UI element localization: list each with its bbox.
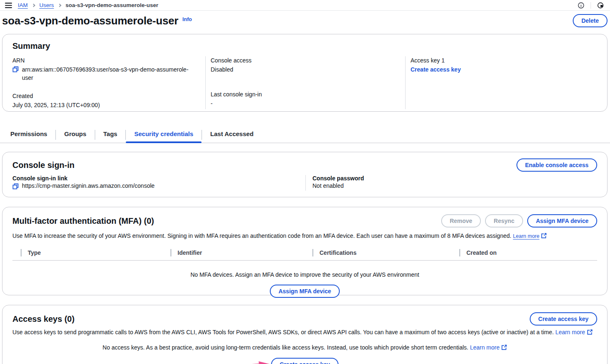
amazon-q-icon[interactable] <box>597 2 604 9</box>
mfa-empty-state-text: No MFA devices. Assign an MFA device to … <box>12 271 597 279</box>
summary-column-2: Console access Disabled Last console sig… <box>205 56 405 109</box>
assign-mfa-device-button[interactable]: Assign MFA device <box>527 214 597 228</box>
summary-grid: ARN arn:aws:iam::067057696393:user/soa-s… <box>12 56 597 109</box>
page-header: soa-s3-vpn-demo-assumerole-user Info Del… <box>0 11 610 31</box>
console-password-label: Console password <box>312 175 597 182</box>
console-signin-link-value: https://cmp-master.signin.aws.amazon.com… <box>22 182 155 189</box>
last-signin-field: Last console sign-in - <box>211 90 405 108</box>
mfa-header-certifications: Certifications <box>312 249 459 256</box>
assign-mfa-device-empty-button[interactable]: Assign MFA device <box>270 285 340 298</box>
console-password-value: Not enabled <box>312 182 597 189</box>
mfa-description: Use MFA to increase the security of your… <box>12 232 597 240</box>
arn-field: ARN arn:aws:iam::067057696393:user/soa-s… <box>12 56 205 82</box>
console-signin-link-label: Console sign-in link <box>12 175 305 182</box>
created-value: July 03, 2025, 12:13 (UTC+09:00) <box>12 101 205 109</box>
chevron-right-icon <box>32 3 35 7</box>
arn-value: arn:aws:iam::067057696393:user/soa-s3-vp… <box>22 65 196 82</box>
tab-permissions[interactable]: Permissions <box>2 127 55 143</box>
console-access-field: Console access Disabled <box>211 56 405 74</box>
console-signin-card: Console sign-in Enable console access Co… <box>2 152 608 197</box>
remove-mfa-button[interactable]: Remove <box>441 214 481 228</box>
tab-tags[interactable]: Tags <box>95 127 126 143</box>
breadcrumb-link-users[interactable]: Users <box>39 2 54 8</box>
create-access-key-link[interactable]: Create access key <box>411 66 461 73</box>
external-link-icon <box>541 233 547 240</box>
delete-button[interactable]: Delete <box>573 14 608 27</box>
breadcrumb-link-iam[interactable]: IAM <box>18 2 28 8</box>
access-keys-title: Access keys (0) <box>12 314 74 324</box>
mfa-header-identifier: Identifier <box>171 249 312 256</box>
external-link-icon <box>587 330 593 336</box>
tab-last-accessed[interactable]: Last Accessed <box>202 127 262 143</box>
mfa-title: Multi-factor authentication (MFA) (0) <box>12 216 154 226</box>
create-access-key-empty-button[interactable]: Create access key <box>271 358 339 364</box>
chevron-right-icon <box>58 3 61 7</box>
breadcrumb: IAM Users soa-s3-vpn-demo-assumerole-use… <box>18 2 159 8</box>
console-password-field: Console password Not enabled <box>305 175 597 191</box>
info-link[interactable]: Info <box>183 17 192 22</box>
mfa-header-created-on: Created on <box>459 249 597 256</box>
create-access-key-button[interactable]: Create access key <box>530 312 597 326</box>
summary-card: Summary ARN arn:aws:iam::067057696393:us… <box>2 34 608 112</box>
tab-security-credentials[interactable]: Security credentials <box>126 127 202 143</box>
enable-console-access-button[interactable]: Enable console access <box>516 158 597 172</box>
console-signin-link-field: Console sign-in link https://cmp-master.… <box>12 175 305 191</box>
resync-mfa-button[interactable]: Resync <box>485 214 523 228</box>
console-access-label: Console access <box>211 56 405 65</box>
created-label: Created <box>12 92 205 100</box>
hamburger-menu-icon[interactable] <box>4 2 13 9</box>
tab-groups[interactable]: Groups <box>56 127 94 143</box>
topbar-right-icons <box>577 2 604 9</box>
arn-label: ARN <box>12 56 205 65</box>
topbar-divider <box>591 2 591 9</box>
copy-icon[interactable] <box>12 183 19 191</box>
access-key-label: Access key 1 <box>411 56 597 65</box>
pink-arrow-annotation <box>225 360 271 364</box>
access-keys-description: Use access keys to send programmatic cal… <box>12 328 597 336</box>
access-keys-empty-state-text: No access keys. As a best practice, avoi… <box>12 343 597 352</box>
last-signin-label: Last console sign-in <box>211 90 405 98</box>
page-title: soa-s3-vpn-demo-assumerole-user <box>2 14 178 27</box>
copy-icon[interactable] <box>12 66 19 74</box>
created-field: Created July 03, 2025, 12:13 (UTC+09:00) <box>12 92 205 109</box>
console-signin-title: Console sign-in <box>12 160 74 170</box>
access-keys-card: Access keys (0) Create access key Use ac… <box>2 305 608 364</box>
external-link-icon <box>501 345 507 352</box>
access-keys-empty-learn-more-link[interactable]: Learn more <box>470 344 500 351</box>
tab-bar: Permissions Groups Tags Security credent… <box>0 127 610 143</box>
top-navigation-bar: IAM Users soa-s3-vpn-demo-assumerole-use… <box>0 0 610 11</box>
info-circle-icon[interactable] <box>577 2 585 9</box>
mfa-card: Multi-factor authentication (MFA) (0) Re… <box>2 207 608 295</box>
breadcrumb-current: soa-s3-vpn-demo-assumerole-user <box>65 2 158 8</box>
mfa-table-header-row: Type Identifier Certifications Created o… <box>12 249 597 261</box>
console-access-value: Disabled <box>211 65 405 74</box>
access-key-field: Access key 1 Create access key <box>411 56 597 74</box>
access-keys-learn-more-link[interactable]: Learn more <box>555 329 585 335</box>
mfa-learn-more-link[interactable]: Learn more <box>513 233 540 239</box>
summary-title: Summary <box>12 41 597 51</box>
summary-column-1: ARN arn:aws:iam::067057696393:user/soa-s… <box>12 56 205 109</box>
summary-column-3: Access key 1 Create access key <box>405 56 597 109</box>
last-signin-value: - <box>211 99 405 108</box>
mfa-header-type: Type <box>21 249 171 256</box>
